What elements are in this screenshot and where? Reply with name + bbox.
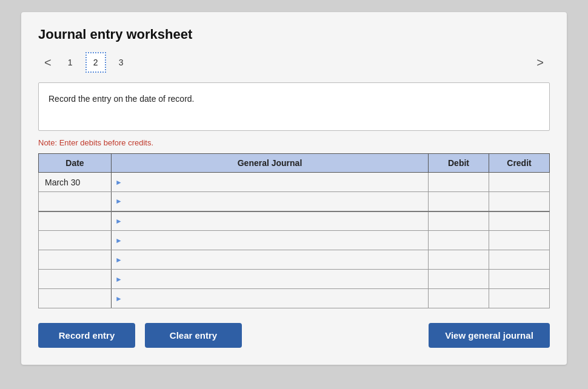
date-cell <box>39 231 112 250</box>
credit-cell[interactable] <box>489 231 550 250</box>
page-title: Journal entry worksheet <box>38 27 550 42</box>
general-cell[interactable]: ► <box>112 192 429 211</box>
debit-cell[interactable] <box>429 192 489 211</box>
credit-input[interactable] <box>489 212 549 230</box>
journal-worksheet-card: Journal entry worksheet < 123 > Record t… <box>21 12 567 365</box>
credit-cell[interactable] <box>489 173 550 192</box>
debit-cell[interactable] <box>429 270 489 289</box>
col-header-debit: Debit <box>429 154 489 173</box>
date-cell <box>39 289 112 308</box>
debit-input[interactable] <box>429 212 489 230</box>
credit-input[interactable] <box>489 173 549 191</box>
general-journal-input[interactable] <box>124 192 428 210</box>
credit-cell[interactable] <box>489 192 550 211</box>
date-cell <box>39 211 112 231</box>
debit-cell[interactable] <box>429 231 489 250</box>
row-arrow-icon: ► <box>115 178 122 187</box>
general-journal-input[interactable] <box>124 173 428 191</box>
credit-cell[interactable] <box>489 289 550 308</box>
table-row: ► <box>39 289 550 308</box>
debit-input[interactable] <box>429 251 489 269</box>
credit-cell[interactable] <box>489 250 550 270</box>
credit-input[interactable] <box>489 251 549 269</box>
instruction-text: Record the entry on the date of record. <box>48 94 194 104</box>
page-num-2[interactable]: 2 <box>85 52 106 73</box>
table-row: March 30► <box>39 173 550 192</box>
row-arrow-icon: ► <box>115 236 122 245</box>
row-arrow-icon: ► <box>115 275 122 284</box>
page-num-1[interactable]: 1 <box>60 52 81 73</box>
general-journal-input[interactable] <box>124 212 428 230</box>
row-arrow-icon: ► <box>115 217 122 225</box>
page-num-3[interactable]: 3 <box>111 52 132 73</box>
table-row: ► <box>39 211 550 231</box>
general-cell[interactable]: ► <box>112 173 429 192</box>
debit-cell[interactable] <box>429 289 489 308</box>
debit-input[interactable] <box>429 173 489 191</box>
page-numbers: 123 <box>58 52 134 73</box>
journal-tbody: March 30►►►►►►► <box>39 173 550 308</box>
table-row: ► <box>39 192 550 211</box>
instruction-box: Record the entry on the date of record. <box>38 82 550 131</box>
debit-input[interactable] <box>429 290 489 308</box>
clear-entry-button[interactable]: Clear entry <box>145 323 242 348</box>
general-journal-input[interactable] <box>124 251 428 269</box>
journal-table: Date General Journal Debit Credit March … <box>38 153 550 308</box>
date-cell <box>39 250 112 270</box>
row-arrow-icon: ► <box>115 256 122 264</box>
general-journal-input[interactable] <box>124 231 428 250</box>
note-text: Note: Enter debits before credits. <box>38 138 550 147</box>
credit-cell[interactable] <box>489 270 550 289</box>
general-journal-input[interactable] <box>124 290 428 308</box>
general-journal-input[interactable] <box>124 270 428 288</box>
debit-input[interactable] <box>429 192 489 210</box>
debit-input[interactable] <box>429 270 489 288</box>
debit-cell[interactable] <box>429 211 489 231</box>
date-cell: March 30 <box>39 173 112 192</box>
debit-input[interactable] <box>429 231 489 250</box>
general-cell[interactable]: ► <box>112 211 429 231</box>
table-row: ► <box>39 231 550 250</box>
general-cell[interactable]: ► <box>112 231 429 250</box>
prev-page-button[interactable]: < <box>38 56 58 68</box>
credit-cell[interactable] <box>489 211 550 231</box>
row-arrow-icon: ► <box>115 197 122 205</box>
table-row: ► <box>39 250 550 270</box>
credit-input[interactable] <box>489 231 549 250</box>
credit-input[interactable] <box>489 290 549 308</box>
general-cell[interactable]: ► <box>112 289 429 308</box>
col-header-general: General Journal <box>112 154 429 173</box>
general-cell[interactable]: ► <box>112 270 429 289</box>
table-row: ► <box>39 270 550 289</box>
debit-cell[interactable] <box>429 173 489 192</box>
credit-input[interactable] <box>489 192 549 210</box>
col-header-date: Date <box>39 154 112 173</box>
record-entry-button[interactable]: Record entry <box>38 323 135 348</box>
row-arrow-icon: ► <box>115 294 122 303</box>
general-cell[interactable]: ► <box>112 250 429 270</box>
debit-cell[interactable] <box>429 250 489 270</box>
credit-input[interactable] <box>489 270 549 288</box>
view-journal-button[interactable]: View general journal <box>429 323 550 348</box>
pagination: < 123 > <box>38 52 550 73</box>
next-page-button[interactable]: > <box>530 56 550 68</box>
date-cell <box>39 192 112 211</box>
buttons-row: Record entry Clear entry View general jo… <box>38 323 550 348</box>
date-cell <box>39 270 112 289</box>
col-header-credit: Credit <box>489 154 550 173</box>
